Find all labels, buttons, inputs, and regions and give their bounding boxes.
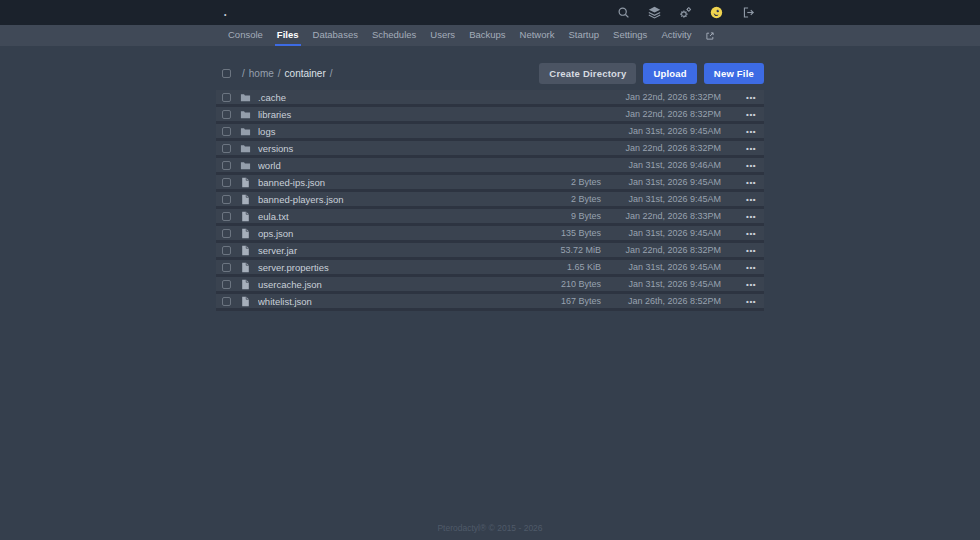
file-row[interactable]: eula.txt 9 Bytes Jan 22nd, 2026 8:33PM •… <box>216 209 764 226</box>
file-icon <box>240 228 251 239</box>
file-size: 135 Bytes <box>501 228 601 238</box>
row-checkbox[interactable] <box>222 93 231 102</box>
row-menu-button[interactable]: ••• <box>726 297 764 306</box>
brand-dot: • <box>224 11 226 18</box>
file-size: 9 Bytes <box>501 211 601 221</box>
tab-activity[interactable]: Activity <box>659 25 693 46</box>
file-modified: Jan 22nd, 2026 8:32PM <box>601 92 726 102</box>
file-row[interactable]: world Jan 31st, 2026 9:46AM ••• <box>216 158 764 175</box>
new-file-button[interactable]: New File <box>704 63 764 84</box>
breadcrumb-separator: / <box>242 68 245 79</box>
search-icon[interactable] <box>616 6 630 20</box>
row-menu-button[interactable]: ••• <box>726 144 764 153</box>
server-subnav: Console Files Databases Schedules Users … <box>0 25 980 46</box>
row-menu-button[interactable]: ••• <box>726 263 764 272</box>
row-checkbox[interactable] <box>222 144 231 153</box>
folder-icon <box>240 160 251 171</box>
tab-settings[interactable]: Settings <box>611 25 649 46</box>
file-name[interactable]: server.properties <box>258 262 501 273</box>
file-manager: / home / container / Create Directory Up… <box>216 62 764 311</box>
row-menu-button[interactable]: ••• <box>726 280 764 289</box>
servers-icon[interactable] <box>647 6 661 20</box>
file-name[interactable]: logs <box>258 126 501 137</box>
file-row[interactable]: server.properties 1.65 KiB Jan 31st, 202… <box>216 260 764 277</box>
file-modified: Jan 22nd, 2026 8:32PM <box>601 143 726 153</box>
row-checkbox[interactable] <box>222 263 231 272</box>
file-row[interactable]: .cache Jan 22nd, 2026 8:32PM ••• <box>216 90 764 107</box>
row-menu-button[interactable]: ••• <box>726 110 764 119</box>
file-modified: Jan 22nd, 2026 8:32PM <box>601 245 726 255</box>
file-row[interactable]: ops.json 135 Bytes Jan 31st, 2026 9:45AM… <box>216 226 764 243</box>
tab-backups[interactable]: Backups <box>467 25 507 46</box>
row-checkbox[interactable] <box>222 178 231 187</box>
file-name[interactable]: libraries <box>258 109 501 120</box>
row-menu-button[interactable]: ••• <box>726 93 764 102</box>
breadcrumb: / home / container / <box>242 68 333 79</box>
sign-out-icon[interactable] <box>741 6 755 20</box>
row-menu-button[interactable]: ••• <box>726 161 764 170</box>
row-menu-button[interactable]: ••• <box>726 212 764 221</box>
file-name[interactable]: versions <box>258 143 501 154</box>
upload-button[interactable]: Upload <box>643 63 696 84</box>
row-checkbox[interactable] <box>222 127 231 136</box>
tab-users[interactable]: Users <box>428 25 457 46</box>
create-directory-button[interactable]: Create Directory <box>539 63 636 84</box>
row-checkbox[interactable] <box>222 195 231 204</box>
file-row[interactable]: usercache.json 210 Bytes Jan 31st, 2026 … <box>216 277 764 294</box>
file-list: .cache Jan 22nd, 2026 8:32PM ••• librari… <box>216 90 764 311</box>
select-all-checkbox[interactable] <box>222 69 231 78</box>
file-icon <box>240 279 251 290</box>
tab-schedules[interactable]: Schedules <box>370 25 418 46</box>
file-row[interactable]: libraries Jan 22nd, 2026 8:32PM ••• <box>216 107 764 124</box>
row-menu-button[interactable]: ••• <box>726 229 764 238</box>
file-modified: Jan 22nd, 2026 8:32PM <box>601 109 726 119</box>
file-row[interactable]: server.jar 53.72 MiB Jan 22nd, 2026 8:32… <box>216 243 764 260</box>
folder-icon <box>240 143 251 154</box>
file-row[interactable]: versions Jan 22nd, 2026 8:32PM ••• <box>216 141 764 158</box>
tab-console[interactable]: Console <box>226 25 265 46</box>
breadcrumb-container[interactable]: container <box>285 68 326 79</box>
topbar: • <box>0 0 980 25</box>
topbar-icons <box>616 5 755 20</box>
file-modified: Jan 31st, 2026 9:45AM <box>601 279 726 289</box>
row-checkbox[interactable] <box>222 297 231 306</box>
row-menu-button[interactable]: ••• <box>726 195 764 204</box>
file-row[interactable]: whitelist.json 167 Bytes Jan 26th, 2026 … <box>216 294 764 311</box>
row-checkbox[interactable] <box>222 110 231 119</box>
breadcrumb-separator: / <box>330 68 333 79</box>
file-icon <box>240 245 251 256</box>
file-toolbar: / home / container / Create Directory Up… <box>216 62 764 84</box>
row-menu-button[interactable]: ••• <box>726 127 764 136</box>
row-menu-button[interactable]: ••• <box>726 178 764 187</box>
tab-network[interactable]: Network <box>518 25 557 46</box>
row-checkbox[interactable] <box>222 161 231 170</box>
row-menu-button[interactable]: ••• <box>726 246 764 255</box>
tab-databases[interactable]: Databases <box>311 25 360 46</box>
tab-files[interactable]: Files <box>275 25 301 46</box>
user-avatar[interactable] <box>709 5 724 20</box>
file-name[interactable]: banned-players.json <box>258 194 501 205</box>
file-name[interactable]: eula.txt <box>258 211 501 222</box>
file-name[interactable]: usercache.json <box>258 279 501 290</box>
row-checkbox[interactable] <box>222 280 231 289</box>
file-row[interactable]: banned-ips.json 2 Bytes Jan 31st, 2026 9… <box>216 175 764 192</box>
tab-startup[interactable]: Startup <box>566 25 601 46</box>
row-checkbox[interactable] <box>222 229 231 238</box>
external-link-icon[interactable] <box>703 25 717 46</box>
file-name[interactable]: world <box>258 160 501 171</box>
file-name[interactable]: .cache <box>258 92 501 103</box>
file-name[interactable]: whitelist.json <box>258 296 501 307</box>
file-row[interactable]: banned-players.json 2 Bytes Jan 31st, 20… <box>216 192 764 209</box>
admin-cogs-icon[interactable] <box>678 6 692 20</box>
breadcrumb-home[interactable]: home <box>249 68 274 79</box>
row-checkbox[interactable] <box>222 246 231 255</box>
file-name[interactable]: server.jar <box>258 245 501 256</box>
breadcrumb-separator: / <box>278 68 281 79</box>
file-row[interactable]: logs Jan 31st, 2026 9:45AM ••• <box>216 124 764 141</box>
row-checkbox[interactable] <box>222 212 231 221</box>
file-modified: Jan 26th, 2026 8:52PM <box>601 296 726 306</box>
file-name[interactable]: ops.json <box>258 228 501 239</box>
file-name[interactable]: banned-ips.json <box>258 177 501 188</box>
file-size: 53.72 MiB <box>501 245 601 255</box>
file-modified: Jan 22nd, 2026 8:33PM <box>601 211 726 221</box>
